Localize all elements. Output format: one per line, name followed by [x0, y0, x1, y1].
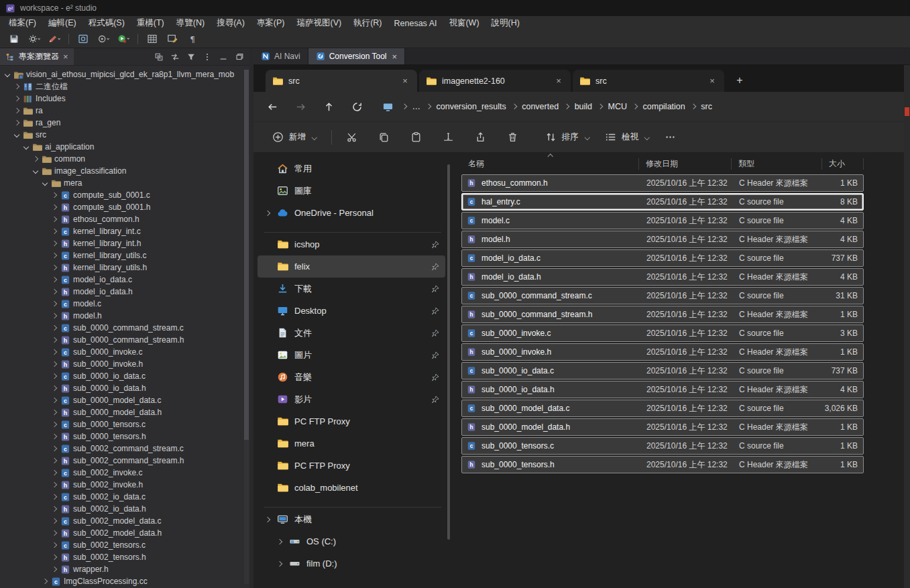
menu-item[interactable]: 執行(R) — [347, 16, 388, 30]
close-icon[interactable] — [391, 52, 398, 62]
menu-item[interactable]: Renesas AI — [388, 17, 443, 30]
file-row[interactable]: h sub_0000_io_data.h 2025/10/16 上午 12:32… — [461, 381, 864, 398]
tab-close-icon[interactable] — [400, 76, 410, 86]
menu-item[interactable]: 搜尋(A) — [211, 16, 251, 30]
expand-chevron-icon[interactable] — [51, 459, 58, 463]
menu-item[interactable]: 說明(H) — [486, 16, 526, 30]
tree-item[interactable]: ai_application — [0, 141, 249, 153]
expand-chevron-icon[interactable] — [51, 434, 58, 438]
expand-chevron-icon[interactable] — [51, 495, 58, 499]
tree-item[interactable]: c sub_0002_invoke.c — [0, 467, 249, 479]
tree-item[interactable]: h wrapper.h — [0, 563, 249, 575]
tree-item[interactable]: h sub_0000_model_data.h — [0, 406, 249, 418]
sidebar-item[interactable]: film (D:) — [258, 552, 445, 575]
tree-item[interactable]: c sub_0002_model_data.c — [0, 515, 249, 527]
tree-item[interactable]: image_classification — [0, 165, 249, 177]
expand-chevron-icon[interactable] — [32, 169, 39, 173]
sidebar-item[interactable]: 音樂 — [258, 366, 445, 388]
expand-chevron-icon[interactable] — [51, 338, 58, 342]
tree-item[interactable]: h sub_0000_tensors.h — [0, 430, 249, 443]
tab-close-icon[interactable] — [553, 76, 564, 86]
more-options-icon[interactable] — [659, 126, 683, 149]
sidebar-scrollbar[interactable] — [447, 164, 450, 540]
scrollbar-thumb[interactable] — [244, 70, 249, 440]
tree-item[interactable]: c ImgClassProcessing.cc — [0, 575, 249, 587]
up-icon[interactable] — [319, 97, 338, 116]
expand-chevron-icon[interactable] — [13, 109, 20, 113]
project-tree-scrollbar[interactable] — [244, 70, 249, 584]
expand-chevron-icon[interactable] — [13, 133, 20, 137]
sidebar-item[interactable] — [264, 225, 441, 233]
sidebar-item[interactable]: 下載 — [258, 278, 445, 300]
explorer-tab[interactable]: src — [573, 70, 724, 92]
sidebar-item[interactable]: Desktop — [258, 300, 445, 322]
file-row[interactable]: c sub_0000_invoke.c 2025/10/16 上午 12:32 … — [461, 325, 864, 342]
chevron-right-icon[interactable] — [264, 518, 271, 522]
sidebar-item[interactable]: PC FTP Proxy — [258, 410, 445, 432]
tree-item[interactable]: h sub_0002_model_data.h — [0, 527, 249, 539]
file-row[interactable]: c sub_0000_command_stream.c 2025/10/16 上… — [461, 287, 864, 304]
column-header-size[interactable]: 大小 — [822, 158, 864, 170]
run-dropdown-icon[interactable] — [115, 32, 132, 46]
expand-chevron-icon[interactable] — [13, 97, 20, 101]
sidebar-item[interactable]: 常用 — [258, 158, 445, 180]
view-button[interactable]: 檢視 — [598, 127, 656, 148]
menu-item[interactable]: 編輯(E) — [42, 16, 82, 30]
tree-item[interactable]: c sub_0000_invoke.c — [0, 346, 249, 358]
expand-chevron-icon[interactable] — [13, 84, 20, 89]
tree-item[interactable]: vision_ai_ethosu_mipicsi_glcd_ek_ra8p1_l… — [0, 68, 249, 80]
expand-chevron-icon[interactable] — [51, 205, 58, 209]
tree-item[interactable]: c sub_0000_model_data.c — [0, 394, 249, 406]
tree-item[interactable]: h model.h — [0, 310, 249, 322]
file-row[interactable]: c hal_entry.c 2025/10/16 上午 12:32 C sour… — [461, 193, 864, 211]
sidebar-item[interactable]: mera — [258, 432, 445, 455]
menu-item[interactable]: 重構(T) — [131, 16, 170, 30]
tree-item[interactable]: h sub_0000_command_stream.h — [0, 334, 249, 346]
file-row[interactable]: h sub_0000_command_stream.h 2025/10/16 上… — [461, 306, 864, 323]
breadcrumb-item[interactable]: … — [411, 100, 435, 113]
gear-dropdown-icon[interactable] — [25, 32, 43, 46]
file-row[interactable]: c sub_0000_tensors.c 2025/10/16 上午 12:32… — [461, 437, 864, 455]
file-row[interactable]: h sub_0000_tensors.h 2025/10/16 上午 12:32… — [461, 456, 864, 473]
expand-chevron-icon[interactable] — [51, 519, 58, 523]
minimize-icon[interactable] — [217, 50, 229, 63]
tree-item[interactable]: c sub_0002_io_data.c — [0, 491, 249, 503]
filter-icon[interactable] — [184, 50, 197, 63]
file-row[interactable]: h model_io_data.h 2025/10/16 上午 12:32 C … — [461, 268, 864, 286]
back-icon[interactable] — [263, 97, 282, 116]
tab-close-icon[interactable] — [707, 76, 718, 86]
expand-chevron-icon[interactable] — [51, 278, 58, 282]
rename-icon[interactable] — [437, 126, 461, 149]
expand-chevron-icon[interactable] — [51, 290, 58, 294]
expand-chevron-icon[interactable] — [51, 253, 58, 257]
restore-icon[interactable] — [233, 50, 245, 63]
sidebar-item[interactable]: icshop — [258, 233, 445, 255]
column-header-date[interactable]: 修改日期 — [639, 158, 732, 170]
expand-chevron-icon[interactable] — [42, 579, 48, 583]
file-row[interactable]: h sub_0000_invoke.h 2025/10/16 上午 12:32 … — [461, 343, 864, 361]
sidebar-item[interactable]: 本機 — [258, 508, 445, 530]
menu-item[interactable]: 專案(P) — [251, 16, 291, 30]
expand-chevron-icon[interactable] — [51, 555, 58, 559]
overview-ruler[interactable] — [904, 65, 910, 588]
paste-icon[interactable] — [404, 126, 429, 149]
tree-item[interactable]: c sub_0000_command_stream.c — [0, 322, 249, 334]
expand-chevron-icon[interactable] — [13, 121, 20, 125]
menu-item[interactable]: 程式碼(S) — [82, 16, 131, 30]
expand-chevron-icon[interactable] — [51, 410, 58, 414]
sidebar-item[interactable]: 文件 — [258, 322, 445, 344]
file-row[interactable]: h sub_0000_model_data.h 2025/10/16 上午 12… — [461, 418, 864, 436]
toolbar-separator[interactable] — [135, 32, 141, 46]
breadcrumb-item[interactable]: MCU — [607, 100, 642, 113]
menu-item[interactable]: 瑞萨视图(V) — [290, 16, 347, 30]
sidebar-item[interactable] — [264, 499, 441, 508]
file-row[interactable]: c sub_0000_io_data.c 2025/10/16 上午 12:32… — [461, 362, 864, 379]
tree-item[interactable]: c sub_0002_tensors.c — [0, 539, 249, 551]
debug-dropdown-icon[interactable] — [95, 32, 112, 46]
tree-item[interactable]: Includes — [0, 93, 249, 105]
view-menu-icon[interactable] — [201, 50, 213, 63]
close-icon[interactable] — [63, 52, 68, 62]
sidebar-item[interactable]: 影片 — [258, 388, 445, 410]
tree-item[interactable]: src — [0, 129, 249, 141]
tree-item[interactable]: ra — [0, 105, 249, 117]
